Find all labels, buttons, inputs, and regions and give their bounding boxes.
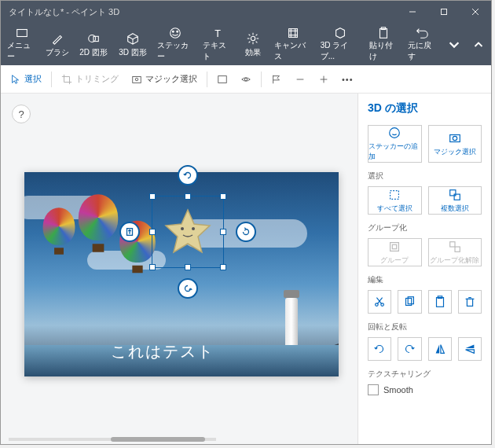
svg-point-37 [390, 128, 400, 138]
balloon-object[interactable] [43, 207, 75, 255]
svg-rect-53 [436, 298, 443, 307]
add-sticker-button[interactable]: ステッカーの追加 [368, 125, 422, 163]
main-area: ? これはテスト [1, 94, 491, 444]
flip-horizontal-button[interactable] [428, 337, 452, 361]
3d-library-icon [333, 26, 347, 40]
cursor-icon [10, 74, 21, 85]
canvas-text-object[interactable]: これはテスト [111, 341, 214, 362]
magic-select-tool[interactable]: マジック選択 [126, 70, 202, 88]
flag-tool[interactable] [266, 71, 287, 88]
canvas-area[interactable]: ? これはテスト [1, 94, 358, 444]
crop-tool[interactable]: トリミング [57, 70, 123, 88]
ribbon-toolbar: メニュー ブラシ 2D 図形 3D 図形 ステッカー T テキスト 効果 キャン [1, 23, 491, 65]
paste-button-panel[interactable] [428, 290, 452, 314]
minimize-button[interactable] [397, 1, 428, 23]
more-tools[interactable]: ••• [337, 72, 358, 87]
collapse-ribbon-button[interactable] [467, 24, 490, 64]
resize-handle[interactable] [149, 264, 156, 270]
brush-button[interactable]: ブラシ [41, 24, 74, 64]
select-all-icon [387, 188, 402, 202]
menu-button[interactable]: メニュー [2, 24, 41, 64]
paste-icon [376, 26, 390, 40]
smooth-checkbox[interactable]: Smooth [368, 384, 482, 395]
section-select-label: 選択 [368, 171, 482, 182]
star-sticker[interactable] [163, 205, 213, 259]
svg-point-30 [244, 78, 248, 81]
rotate-left-icon [372, 342, 387, 356]
resize-handle[interactable] [220, 229, 226, 235]
flip-vertical-button[interactable] [458, 337, 482, 361]
3d-shapes-icon [126, 30, 140, 47]
scrollbar-thumb[interactable] [111, 437, 205, 442]
3d-library-button[interactable]: 3D ライブ... [316, 24, 365, 64]
flip-v-icon [463, 342, 477, 356]
resize-handle[interactable] [185, 264, 191, 270]
section-rotflip-label: 回転と反転 [368, 321, 482, 332]
resize-handle[interactable] [149, 229, 156, 235]
minus-icon [295, 74, 306, 85]
copy-icon [402, 295, 416, 309]
svg-rect-42 [454, 194, 460, 200]
svg-rect-44 [393, 244, 397, 248]
close-button[interactable] [460, 1, 491, 23]
ungroup-button: グループ化解除 [428, 238, 482, 266]
zoom-out[interactable] [290, 71, 310, 88]
zoom-in[interactable] [314, 71, 334, 88]
side-panel: 3D の選択 ステッカーの追加 マジック選択 選択 すべて選択 [358, 94, 491, 444]
help-button[interactable]: ? [12, 105, 31, 123]
copy-button[interactable] [398, 290, 421, 314]
title-bar: タイトルなし* - ペイント 3D [1, 1, 491, 23]
flip-h-icon [433, 342, 447, 356]
svg-text:T: T [214, 28, 221, 39]
undo-icon [415, 26, 429, 40]
magic-select-icon [448, 131, 462, 145]
magic-select-icon [131, 74, 142, 85]
effects-button[interactable]: 効果 [236, 24, 270, 64]
3d-view-toggle[interactable] [212, 71, 233, 88]
eye-icon [240, 74, 251, 85]
rotate-left-button[interactable] [368, 337, 391, 361]
rotate-handle-bottom[interactable] [178, 278, 198, 299]
ungroup-icon [448, 240, 462, 254]
trash-icon [463, 295, 477, 309]
svg-rect-45 [449, 241, 454, 246]
2d-shapes-button[interactable]: 2D 図形 [74, 24, 113, 64]
eye-view-toggle[interactable] [236, 71, 256, 88]
maximize-button[interactable] [428, 1, 460, 23]
z-order-handle[interactable] [119, 222, 140, 242]
section-texturing-label: テクスチャリング [368, 369, 482, 380]
cut-button[interactable] [368, 290, 391, 314]
menu-icon [15, 26, 29, 40]
rotate-right-button[interactable] [398, 337, 421, 361]
horizontal-scrollbar[interactable] [9, 436, 216, 442]
svg-point-9 [177, 31, 178, 32]
text-button[interactable]: T テキスト [198, 24, 236, 64]
resize-handle[interactable] [149, 193, 156, 200]
rotate-handle-right[interactable] [236, 222, 256, 242]
svg-line-16 [249, 35, 251, 36]
svg-rect-41 [449, 189, 455, 195]
resize-handle[interactable] [185, 193, 191, 200]
magic-select-button[interactable]: マジック選択 [428, 125, 482, 163]
select-tool[interactable]: 選択 [6, 70, 46, 88]
balloon-object[interactable] [79, 194, 118, 252]
undo-button[interactable]: 元に戻す [403, 24, 442, 64]
paste-button[interactable]: 貼り付け [365, 24, 403, 64]
group-button: グループ [368, 238, 422, 266]
svg-line-17 [256, 42, 258, 43]
more-dropdown[interactable] [443, 24, 466, 64]
canvas-button[interactable]: キャンバス [270, 24, 315, 64]
rotate-handle-top[interactable] [178, 165, 198, 185]
delete-button[interactable] [458, 290, 482, 314]
select-all-button[interactable]: すべて選択 [368, 186, 422, 215]
3d-shapes-button[interactable]: 3D 図形 [113, 24, 152, 64]
svg-point-35 [192, 227, 195, 230]
selection-box[interactable] [152, 196, 224, 268]
resize-handle[interactable] [220, 264, 226, 270]
crop-icon [61, 74, 72, 85]
multi-select-button[interactable]: 複数選択 [428, 186, 482, 215]
sticker-button[interactable]: ステッカー [152, 24, 198, 64]
resize-handle[interactable] [220, 193, 226, 200]
sticker-add-icon [387, 126, 402, 140]
canvas-icon [286, 26, 300, 40]
